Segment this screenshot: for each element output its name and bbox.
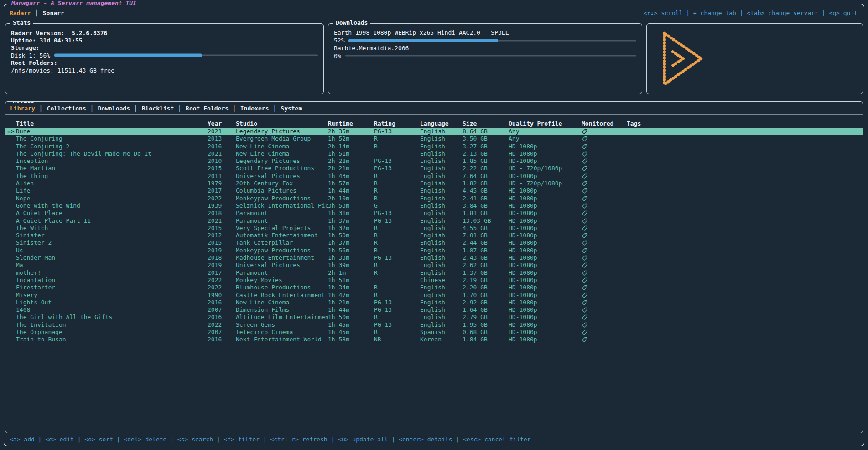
cell-language: English — [420, 314, 463, 321]
servarr-tab-radarr[interactable]: Radarr — [10, 10, 31, 16]
movie-row[interactable]: Train to Busan2016Next Entertainment Wor… — [5, 336, 863, 343]
cell-quality-profile: HD-1080p — [509, 277, 582, 284]
cell-language: English — [420, 180, 463, 187]
stats-body: Radarr Version: 5.2.6.8376Uptime: 31d 04… — [11, 29, 318, 74]
movie-row[interactable]: The Conjuring: The Devil Made Me Do It20… — [5, 150, 863, 157]
tab-indexers[interactable]: Indexers — [240, 105, 269, 112]
cell-title: Firestarter — [16, 284, 208, 291]
cell-runtime: 1h 44m — [328, 306, 374, 314]
stat-text: /nfs/movies: 11511.43 GB free — [11, 67, 114, 74]
stat-text: Uptime: 31d 04:31:55 — [11, 37, 83, 44]
movie-row[interactable]: Inception2010Legendary Pictures2h 28mPG-… — [5, 157, 863, 165]
stat-line: Storage: — [11, 44, 318, 52]
cell-rating: R — [374, 314, 420, 321]
cell-quality-profile: HD-1080p — [509, 143, 582, 150]
cell-size: 0.68 GB — [463, 329, 509, 336]
tab-blocklist[interactable]: Blocklist — [142, 105, 174, 112]
movie-row[interactable]: Misery1990Castle Rock Entertainment1h 47… — [5, 292, 863, 299]
cell-monitored — [582, 143, 627, 150]
movie-row[interactable]: Gone with the Wind1939Selznick Internati… — [5, 202, 863, 209]
movie-row[interactable]: The Girl with All the Gifts2016Altitude … — [5, 314, 863, 321]
movie-row[interactable]: Slender Man2018Madhouse Entertainment1h … — [5, 254, 863, 262]
cell-tags — [627, 128, 863, 135]
movie-row[interactable]: Firestarter2022Blumhouse Productions1h 3… — [5, 284, 863, 291]
tab-root-folders[interactable]: Root Folders — [186, 105, 229, 112]
cell-title: The Martian — [16, 165, 208, 172]
movie-row[interactable]: Alien197920th Century Fox1h 57mREnglish1… — [5, 180, 863, 187]
cell-monitored — [582, 157, 627, 165]
movie-row[interactable]: =>Dune2021Legendary Pictures2h 35mPG-13E… — [5, 128, 863, 135]
movie-row[interactable]: A Quiet Place2018Paramount1h 31mPG-13Eng… — [5, 209, 863, 217]
movie-row[interactable]: 14082007Dimension Films1h 44mPG-13Englis… — [5, 306, 863, 314]
cell-language: English — [420, 225, 463, 232]
row-selection-marker — [5, 202, 16, 209]
stat-text: Storage: — [11, 44, 40, 51]
movie-row[interactable]: The Martian2015Scott Free Productions2h … — [5, 165, 863, 172]
monitored-tag-icon — [582, 218, 587, 224]
cell-studio: Monkeypaw Productions — [236, 247, 328, 254]
cell-year: 2021 — [208, 217, 236, 225]
movie-row[interactable]: A Quiet Place Part II2021Paramount1h 37m… — [5, 217, 863, 225]
movie-row[interactable]: Nope2022Monkeypaw Productions2h 10mREngl… — [5, 195, 863, 202]
cell-tags — [627, 239, 863, 246]
tab-collections[interactable]: Collections — [47, 105, 86, 112]
cell-year: 1990 — [208, 292, 236, 299]
movie-row[interactable]: The Conjuring2013Evergreen Media Group1h… — [5, 135, 863, 142]
tab-library[interactable]: Library — [10, 105, 35, 112]
cell-title: A Quiet Place — [16, 209, 208, 217]
tab-separator: │ — [90, 105, 94, 112]
header-cell-quality-profile: Quality Profile — [509, 120, 582, 127]
cell-runtime: 1h 51m — [328, 277, 374, 284]
cell-runtime: 1h 51m — [328, 150, 374, 157]
download-name: Barbie.Mermaidia.2006 — [334, 45, 636, 52]
cell-rating: PG-13 — [374, 321, 420, 329]
row-selection-marker — [5, 187, 16, 194]
cell-tags — [627, 292, 863, 299]
movie-row[interactable]: The Thing2011Universal Pictures1h 43mREn… — [5, 173, 863, 180]
movie-row[interactable]: Us2019Monkeypaw Productions1h 56mREnglis… — [5, 247, 863, 254]
tab-system[interactable]: System — [281, 105, 302, 112]
monitored-tag-icon — [582, 196, 587, 202]
cell-tags — [627, 329, 863, 336]
monitored-tag-icon — [582, 225, 587, 231]
cell-year: 2022 — [208, 284, 236, 291]
servarr-tab-sonarr[interactable]: Sonarr — [43, 10, 64, 16]
movie-row[interactable]: mother!2017Paramount2h 1mREnglish1.37 GB… — [5, 269, 863, 277]
movie-row[interactable]: The Witch2015Very Special Projects1h 32m… — [5, 225, 863, 232]
movie-row[interactable]: Sinister2012Automatik Entertainment1h 50… — [5, 232, 863, 239]
cell-title: The Conjuring: The Devil Made Me Do It — [16, 150, 208, 157]
cell-quality-profile: HD - 720p/1080p — [509, 180, 582, 187]
cell-runtime: 2h 35m — [328, 128, 374, 135]
cell-title: mother! — [16, 269, 208, 277]
cell-year: 2015 — [208, 165, 236, 172]
cell-rating: PG-13 — [374, 128, 420, 135]
cell-size: 1.95 GB — [463, 321, 509, 329]
progress-fill — [54, 54, 202, 57]
cell-studio: Screen Gems — [236, 321, 328, 329]
cell-title: The Witch — [16, 225, 208, 232]
movie-row[interactable]: The Invitation2022Screen Gems1h 45mPG-13… — [5, 321, 863, 329]
movie-row[interactable]: Sinister 22015Tank Caterpillar1h 37mREng… — [5, 239, 863, 246]
movie-row[interactable]: Lights Out2016New Line Cinema1h 21mPG-13… — [5, 299, 863, 306]
movie-row[interactable]: Incantation2022Monkey Movies1h 51mChines… — [5, 277, 863, 284]
cell-quality-profile: HD-1080p — [509, 232, 582, 239]
cell-language: Korean — [420, 336, 463, 343]
movies-table-header: TitleYearStudioRuntimeRatingLanguageSize… — [5, 120, 863, 128]
movie-row[interactable]: The Conjuring 22016New Line Cinema2h 14m… — [5, 143, 863, 150]
cell-size: 8.64 GB — [463, 128, 509, 135]
cell-monitored — [582, 217, 627, 225]
cell-monitored — [582, 321, 627, 329]
monitored-tag-icon — [582, 166, 587, 172]
movie-row[interactable]: Ma2019Universal Pictures1h 39mREnglish2.… — [5, 262, 863, 269]
monitored-tag-icon — [582, 255, 587, 261]
cell-quality-profile: HD-1080p — [509, 314, 582, 321]
cell-studio: Monkey Movies — [236, 277, 328, 284]
row-selection-marker — [5, 180, 16, 187]
cell-rating: R — [374, 180, 420, 187]
movie-row[interactable]: The Orphanage2007Telecinco Cinema1h 45mR… — [5, 329, 863, 336]
cell-title: Slender Man — [16, 254, 208, 262]
movie-row[interactable]: Life2017Columbia Pictures1h 44mREnglish4… — [5, 187, 863, 194]
tab-downloads[interactable]: Downloads — [98, 105, 130, 112]
row-selection-marker — [5, 195, 16, 202]
cell-runtime: 1h 37m — [328, 239, 374, 246]
